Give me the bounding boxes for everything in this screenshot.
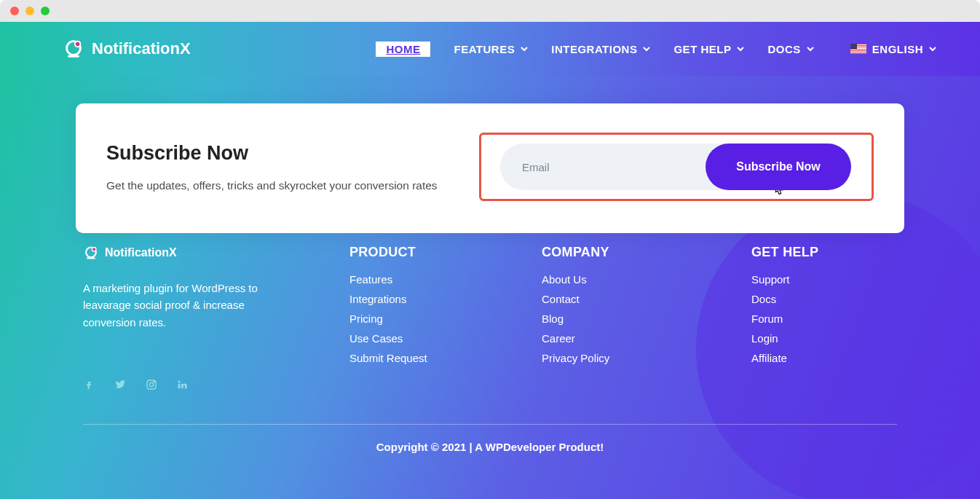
footer-brand-column: NotificationX A marketing plugin for Wor…	[83, 245, 280, 390]
nav-docs[interactable]: DOCS	[767, 43, 813, 55]
footer-link-blog[interactable]: Blog	[542, 313, 651, 325]
linkedin-icon[interactable]	[176, 379, 188, 390]
nav-home[interactable]: HOME	[376, 42, 430, 57]
footer-section: Subscribe Now Get the updates, offers, t…	[0, 76, 980, 499]
nav-language[interactable]: ENGLISH	[850, 43, 936, 55]
nav-integrations-label: INTEGRATIONS	[551, 43, 637, 55]
chevron-down-icon	[521, 45, 528, 52]
footer-link-pricing[interactable]: Pricing	[349, 313, 459, 325]
footer-link-career[interactable]: Career	[542, 332, 651, 345]
main-header: NotificationX HOME FEATURES INTEGRATIONS…	[0, 22, 980, 76]
footer-company-title: COMPANY	[542, 245, 651, 260]
chevron-down-icon	[807, 45, 814, 52]
footer-copyright: Copyright © 2021 | A WPDeveloper Product…	[83, 441, 897, 453]
main-nav: HOME FEATURES INTEGRATIONS GET HELP DOCS…	[376, 42, 936, 57]
footer-link-forum[interactable]: Forum	[751, 313, 861, 325]
email-input[interactable]	[500, 144, 726, 190]
nav-language-label: ENGLISH	[872, 43, 923, 55]
nav-features-label: FEATURES	[454, 43, 515, 55]
footer-content: NotificationX A marketing plugin for Wor…	[83, 245, 897, 453]
chevron-down-icon	[737, 45, 744, 52]
footer-link-privacy[interactable]: Privacy Policy	[542, 352, 651, 364]
footer-product-column: PRODUCT Features Integrations Pricing Us…	[349, 245, 459, 390]
footer-gethelp-column: GET HELP Support Docs Forum Login Affili…	[751, 245, 861, 390]
nav-features[interactable]: FEATURES	[454, 43, 528, 55]
svg-point-5	[149, 382, 153, 386]
subscribe-card: Subscribe Now Get the updates, offers, t…	[76, 103, 904, 233]
us-flag-icon	[850, 44, 866, 54]
logo-icon	[83, 245, 99, 261]
nav-gethelp[interactable]: GET HELP	[673, 43, 744, 55]
instagram-icon[interactable]	[146, 379, 157, 390]
social-links	[83, 379, 280, 390]
footer-logo-text: NotificationX	[105, 246, 177, 259]
footer-link-docs[interactable]: Docs	[751, 293, 861, 305]
footer-link-contact[interactable]: Contact	[542, 293, 651, 305]
window-minimize-dot[interactable]	[25, 7, 34, 15]
svg-point-6	[154, 381, 154, 382]
footer-link-integrations[interactable]: Integrations	[349, 293, 459, 305]
window-maximize-dot[interactable]	[41, 7, 50, 15]
footer-logo[interactable]: NotificationX	[83, 245, 280, 261]
footer-divider	[83, 424, 897, 425]
footer-company-column: COMPANY About Us Contact Blog Career Pri…	[542, 245, 651, 390]
chevron-down-icon	[643, 45, 650, 52]
footer-link-support[interactable]: Support	[751, 273, 861, 286]
nav-home-label: HOME	[386, 43, 420, 55]
logo-text: NotificationX	[92, 39, 191, 58]
window-close-dot[interactable]	[10, 7, 19, 15]
footer-description: A marketing plugin for WordPress to leav…	[83, 280, 280, 331]
subscribe-form-highlight: Subscribe Now	[479, 133, 874, 201]
subscribe-button[interactable]: Subscribe Now	[706, 144, 851, 190]
footer-link-submit-request[interactable]: Submit Request	[349, 352, 459, 364]
facebook-icon[interactable]	[83, 379, 95, 390]
nav-gethelp-label: GET HELP	[673, 43, 731, 55]
chevron-down-icon	[929, 45, 936, 52]
svg-point-3	[92, 247, 96, 251]
logo-icon	[63, 38, 84, 60]
browser-titlebar	[0, 0, 980, 22]
footer-product-title: PRODUCT	[349, 245, 459, 260]
footer-link-affiliate[interactable]: Affiliate	[751, 352, 861, 364]
footer-link-features[interactable]: Features	[349, 273, 459, 286]
header-logo[interactable]: NotificationX	[63, 38, 191, 60]
footer-link-about[interactable]: About Us	[542, 273, 651, 286]
footer-link-login[interactable]: Login	[751, 332, 861, 345]
nav-docs-label: DOCS	[767, 43, 800, 55]
subscribe-subtitle: Get the updates, offers, tricks and skyr…	[106, 179, 438, 192]
twitter-icon[interactable]	[114, 379, 127, 390]
nav-integrations[interactable]: INTEGRATIONS	[551, 43, 650, 55]
footer-gethelp-title: GET HELP	[751, 245, 861, 260]
footer-link-usecases[interactable]: Use Cases	[349, 332, 459, 345]
svg-point-1	[75, 42, 81, 47]
subscribe-title: Subscribe Now	[106, 142, 438, 165]
